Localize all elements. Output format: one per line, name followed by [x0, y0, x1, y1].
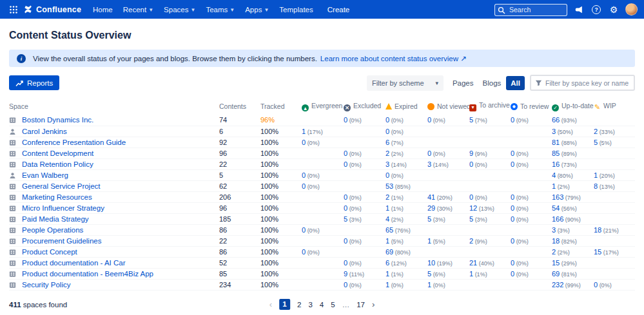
status-count-link[interactable]: 41: [427, 193, 435, 201]
space-link[interactable]: General Service Project: [22, 182, 100, 190]
status-percent: (2%): [389, 151, 404, 157]
help-icon[interactable]: ?: [590, 4, 602, 15]
status-count-link[interactable]: 16: [552, 160, 560, 168]
status-count-link[interactable]: 10: [427, 259, 435, 267]
megaphone-icon[interactable]: [573, 4, 585, 15]
status-percent: (12%): [389, 260, 407, 267]
status-count-link[interactable]: 232: [552, 281, 563, 289]
status-count-link[interactable]: 21: [469, 259, 477, 267]
status-percent: (89%): [560, 151, 577, 157]
space-link[interactable]: Paid Media Strategy: [22, 215, 89, 223]
space-link[interactable]: Evan Walberg: [22, 171, 68, 179]
pagination-page-5[interactable]: 5: [331, 301, 335, 309]
status-count-link[interactable]: 29: [427, 204, 435, 212]
status-percent: (0%): [473, 162, 487, 168]
status-percent: (30%): [435, 205, 453, 212]
filter-all-button[interactable]: All: [506, 76, 525, 90]
status-count-link[interactable]: 163: [552, 193, 563, 201]
nav-item-teams[interactable]: Teams ▼: [200, 0, 240, 19]
status-percent: (3%): [473, 216, 487, 223]
pagination-page-3[interactable]: 3: [308, 301, 312, 309]
status-cell-up_to_date: 69 (81%): [552, 268, 594, 279]
space-link[interactable]: Data Retention Policy: [22, 160, 93, 168]
reports-button[interactable]: Reports: [9, 75, 59, 90]
space-cell: Data Retention Policy: [9, 158, 219, 169]
status-count-link[interactable]: 15: [552, 259, 560, 267]
space-link[interactable]: Product documentation - Beem4Biz App: [22, 270, 153, 278]
pagination-page-2[interactable]: 2: [297, 301, 301, 309]
status-cell-not_viewed: 0 (0%): [427, 148, 469, 158]
status-cell-excluded: [344, 224, 385, 235]
status-count-link[interactable]: 53: [385, 182, 393, 190]
space-link[interactable]: Product documentation - AI Car: [22, 259, 125, 267]
status-count-link[interactable]: 81: [552, 138, 560, 146]
status-percent: (0%): [514, 205, 529, 212]
filter-blogs-button[interactable]: Blogs: [479, 76, 505, 90]
create-button[interactable]: Create: [327, 6, 350, 14]
table-footer: 411 spaces found ‹12345…17›: [9, 296, 635, 313]
status-count-link[interactable]: 166: [552, 215, 563, 223]
settings-gear-icon[interactable]: ⚙: [608, 4, 620, 15]
status-count-link[interactable]: 69: [385, 248, 393, 256]
pagination-page-17[interactable]: 17: [356, 301, 365, 309]
status-cell-expired: 53 (85%): [385, 180, 427, 191]
nav-item-templates[interactable]: Templates: [274, 0, 318, 19]
info-banner: i View the overall status of your pages …: [9, 50, 635, 67]
space-link[interactable]: Conference Presentation Guide: [22, 138, 126, 146]
app-switcher-icon[interactable]: [6, 3, 21, 17]
to-review-status-icon: [511, 103, 518, 110]
space-link[interactable]: Boston Dynamics Inc.: [22, 116, 93, 124]
contents-value: 234: [219, 279, 260, 290]
status-percent: (40%): [477, 260, 494, 267]
scheme-filter-select[interactable]: Filter by scheme ▾: [367, 75, 444, 91]
space-icon: [9, 183, 16, 190]
space-link[interactable]: People Operations: [22, 226, 83, 234]
status-count-link[interactable]: 15: [594, 248, 601, 256]
space-link[interactable]: Procurement Guidelines: [22, 237, 101, 245]
to-archive-status-icon: [469, 104, 476, 111]
confluence-mark-icon: [23, 5, 33, 14]
pagination-page-4[interactable]: 4: [320, 301, 324, 309]
pagination-next[interactable]: ›: [372, 300, 375, 309]
status-count-link[interactable]: 18: [552, 237, 560, 245]
table-row: Product documentation - Beem4Biz App8510…: [9, 268, 635, 279]
status-cell-expired: 2 (1%): [385, 191, 427, 202]
status-percent: (0%): [389, 117, 404, 124]
status-cell-to_archive: [469, 137, 511, 148]
space-link[interactable]: Security Policy: [22, 281, 70, 289]
status-cell-expired: 1 (1%): [385, 202, 427, 213]
status-cell-to_review: [511, 246, 552, 257]
status-cell-evergreen: [302, 235, 344, 246]
confluence-logo[interactable]: Confluence: [23, 5, 81, 14]
evergreen-status-icon: [302, 104, 309, 111]
space-link[interactable]: Marketing Resources: [22, 193, 92, 201]
status-cell-excluded: 0 (0%): [344, 148, 385, 158]
contents-value: 92: [219, 137, 260, 148]
status-count-link[interactable]: 54: [552, 204, 560, 212]
space-link[interactable]: Content Development: [22, 149, 93, 157]
status-cell-expired: 3 (14%): [385, 158, 427, 169]
tracked-value: 100%: [260, 268, 302, 279]
nav-item-recent[interactable]: Recent ▼: [118, 0, 159, 19]
filter-pages-button[interactable]: Pages: [449, 76, 478, 90]
status-count-link[interactable]: 69: [552, 270, 560, 278]
pagination-page-1[interactable]: 1: [279, 299, 290, 310]
nav-item-apps[interactable]: Apps ▼: [240, 0, 274, 19]
nav-item-home[interactable]: Home: [88, 0, 118, 19]
user-avatar[interactable]: [625, 3, 638, 15]
nav-item-spaces[interactable]: Spaces ▼: [159, 0, 200, 19]
status-percent: (0%): [514, 162, 529, 168]
pagination-prev[interactable]: ‹: [269, 300, 272, 309]
space-filter-input[interactable]: [545, 79, 630, 87]
status-count-link[interactable]: 18: [594, 226, 601, 234]
space-link[interactable]: Product Concept: [22, 248, 77, 256]
status-count-link[interactable]: 12: [469, 204, 477, 212]
space-link[interactable]: Micro Influencer Strategy: [22, 204, 104, 212]
reports-button-label: Reports: [27, 79, 53, 87]
space-link[interactable]: Carol Jenkins: [22, 128, 67, 135]
status-count-link[interactable]: 65: [385, 226, 393, 234]
status-count-link[interactable]: 66: [552, 116, 560, 124]
table-row: Evan Walberg5100%0 (0%)0 (0%)4 (80%)1 (2…: [9, 169, 635, 180]
banner-learn-more-link[interactable]: Learn more about content status overview…: [320, 54, 467, 63]
status-count-link[interactable]: 85: [552, 149, 560, 157]
